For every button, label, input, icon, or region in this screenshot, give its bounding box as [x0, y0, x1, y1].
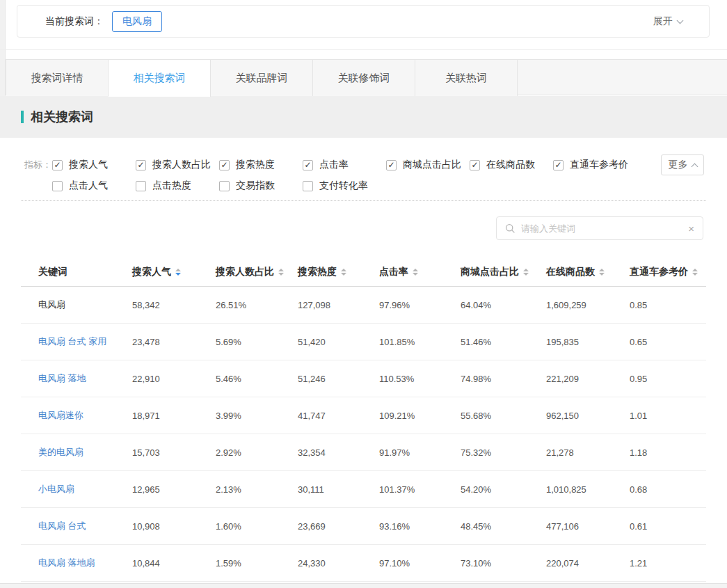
column-header[interactable]: 商城点击占比: [461, 266, 546, 278]
tab-label: 搜索词详情: [31, 72, 83, 85]
mall-click-share-cell: 55.68%: [461, 411, 546, 421]
clear-search-icon[interactable]: ×: [688, 223, 694, 234]
column-header[interactable]: 搜索热度: [298, 266, 379, 278]
checkbox-icon[interactable]: [219, 181, 230, 191]
search-popularity-cell: 22,910: [132, 374, 216, 384]
keyword-tag[interactable]: 电风扇: [112, 11, 162, 32]
checkbox-icon[interactable]: [219, 160, 230, 170]
column-header[interactable]: 搜索人数占比: [216, 266, 298, 278]
keyword-cell[interactable]: 小电风扇: [21, 483, 132, 495]
search-heat-cell: 23,669: [298, 521, 379, 532]
column-header[interactable]: 直通车参考价: [630, 266, 706, 278]
metric-checkbox-item[interactable]: 点击热度: [136, 180, 219, 192]
metric-label: 点击热度: [152, 180, 191, 192]
searcher-share-cell: 1.59%: [216, 558, 298, 569]
checkbox-icon[interactable]: [136, 160, 146, 170]
current-search-bar: 当前搜索词： 电风扇 展开: [17, 5, 710, 38]
sort-icon[interactable]: [523, 269, 529, 276]
column-header[interactable]: 搜索人气: [132, 266, 216, 278]
searcher-share-cell: 2.13%: [216, 484, 298, 495]
table-row: 电风扇迷你 18,971 3.99% 41,747 109.21% 55.68%…: [21, 397, 706, 434]
keyword-cell[interactable]: 电风扇 落地: [21, 372, 132, 385]
online-products-cell: 1,010,825: [546, 484, 630, 495]
tab-item[interactable]: 关联热词: [415, 60, 518, 96]
searcher-share-cell: 1.60%: [216, 521, 298, 532]
online-products-cell: 221,209: [546, 374, 630, 384]
search-row: ×: [21, 216, 706, 241]
teal-accent-bar: [21, 111, 24, 123]
metric-checkbox-item[interactable]: 支付转化率: [303, 180, 386, 192]
ztc-ref-price-cell: 1.18: [630, 447, 706, 458]
keyword-cell[interactable]: 电风扇 落地扇: [21, 557, 132, 569]
sort-icon[interactable]: [413, 269, 418, 276]
checkbox-icon[interactable]: [553, 160, 564, 170]
mall-click-share-cell: 54.20%: [461, 484, 546, 495]
search-heat-cell: 51,420: [298, 337, 379, 347]
checkbox-icon[interactable]: [303, 160, 313, 170]
ztc-ref-price-cell: 0.68: [630, 484, 706, 495]
metric-checkbox-item[interactable]: 搜索人数占比: [136, 159, 219, 171]
metric-label: 交易指数: [236, 180, 275, 192]
ztc-ref-price-cell: 1.21: [630, 558, 706, 569]
checkbox-icon[interactable]: [386, 160, 397, 170]
metric-checkbox-item[interactable]: 点击率: [303, 159, 386, 171]
ztc-ref-price-cell: 0.61: [630, 521, 706, 532]
tab-item[interactable]: 关联品牌词: [211, 60, 313, 96]
mall-click-share-cell: 74.98%: [461, 374, 546, 384]
sort-icon[interactable]: [599, 269, 605, 276]
metric-filters: 指标： 搜索人气 搜索人数占比: [21, 138, 706, 196]
more-label: 更多: [669, 159, 688, 171]
keyword-cell[interactable]: 电风扇 台式: [21, 520, 132, 532]
column-header-label: 商城点击占比: [461, 266, 519, 278]
metric-checkbox-item[interactable]: 在线商品数: [470, 159, 553, 171]
metric-checkbox-item[interactable]: 直通车参考价: [553, 159, 637, 171]
metric-checkbox-item[interactable]: 交易指数: [219, 180, 303, 192]
mall-click-share-cell: 64.04%: [461, 300, 546, 310]
sort-icon[interactable]: [278, 269, 284, 276]
checkbox-icon[interactable]: [52, 160, 63, 170]
keyword-cell[interactable]: 美的电风扇: [21, 446, 132, 459]
tab-item[interactable]: 搜索词详情: [6, 60, 109, 96]
mall-click-share-cell: 73.10%: [461, 558, 546, 569]
column-header[interactable]: 关键词: [21, 266, 132, 278]
tab-bar: 搜索词详情 相关搜索词 关联品牌词 关联修饰词 关联热词: [6, 59, 727, 95]
more-button[interactable]: 更多: [661, 154, 704, 175]
search-popularity-cell: 18,971: [132, 411, 216, 421]
tab-item[interactable]: 关联修饰词: [313, 60, 415, 96]
searcher-share-cell: 26.51%: [216, 300, 298, 310]
column-header[interactable]: 在线商品数: [546, 266, 630, 278]
expand-toggle[interactable]: 展开: [653, 15, 682, 28]
metric-checkbox-item[interactable]: 搜索人气: [52, 159, 136, 171]
metric-checkbox-item[interactable]: 商城点击占比: [386, 159, 470, 171]
click-rate-cell: 101.37%: [379, 484, 461, 495]
tab-label: 相关搜索词: [134, 72, 186, 85]
table-body: 电风扇 58,342 26.51% 127,098 97.96% 64.04% …: [21, 287, 706, 582]
search-popularity-cell: 58,342: [132, 300, 216, 310]
tab-item[interactable]: 相关搜索词: [109, 60, 211, 97]
keyword-cell[interactable]: 电风扇迷你: [21, 409, 132, 422]
related-keywords-table: 关键词 搜索人气 搜索人数占比 搜索热度: [21, 257, 706, 582]
search-heat-cell: 51,246: [298, 374, 379, 384]
metric-label: 搜索人气: [69, 159, 108, 171]
sort-icon[interactable]: [692, 269, 698, 276]
ztc-ref-price-cell: 1.01: [630, 411, 706, 421]
search-input[interactable]: [521, 223, 688, 234]
table-row: 电风扇 台式 10,908 1.60% 23,669 93.16% 48.45%…: [21, 508, 706, 545]
metric-checkbox-item[interactable]: 搜索热度: [219, 159, 303, 171]
checkbox-icon[interactable]: [136, 181, 146, 191]
checkbox-icon[interactable]: [52, 181, 63, 191]
column-header[interactable]: 点击率: [379, 266, 461, 278]
sort-icon[interactable]: [341, 269, 346, 276]
searcher-share-cell: 3.99%: [216, 411, 298, 421]
section-header: 相关搜索词: [0, 96, 727, 138]
metric-checkbox-item[interactable]: 点击人气: [52, 180, 136, 192]
header-divider: [0, 49, 727, 50]
checkbox-icon[interactable]: [470, 160, 480, 170]
column-header-label: 搜索热度: [298, 266, 337, 278]
expand-label: 展开: [653, 15, 673, 28]
click-rate-cell: 91.97%: [379, 447, 461, 458]
search-heat-cell: 41,747: [298, 411, 379, 421]
sort-icon[interactable]: [175, 269, 181, 276]
checkbox-icon[interactable]: [303, 181, 313, 191]
keyword-cell[interactable]: 电风扇 台式 家用: [21, 335, 132, 348]
